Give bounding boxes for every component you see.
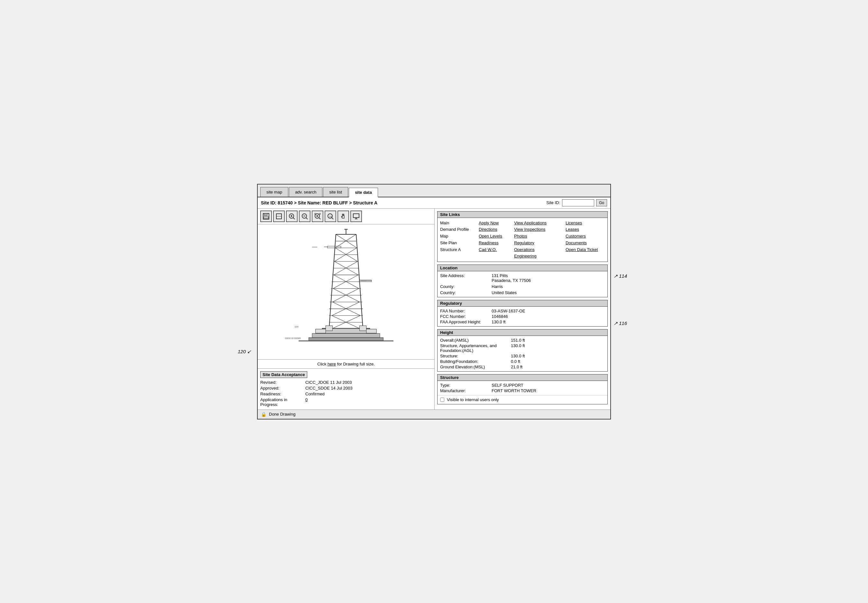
readiness-value: Confirmed (305, 391, 432, 396)
left-panel: 1x (258, 209, 435, 410)
county-label: County: (440, 284, 491, 289)
tab-site-data[interactable]: site data (349, 188, 378, 197)
faa-num-value: 03-ASW-1637-OE (491, 309, 605, 313)
location-box: Location Site Address: 131 PittsPasadena… (437, 264, 608, 297)
svg-rect-2 (264, 216, 268, 219)
site-id-input[interactable] (562, 199, 594, 206)
link-photos[interactable]: Photos (514, 233, 566, 240)
approved-value: CICC_SDOE 14 Jul 2003 (305, 386, 432, 391)
annotation-116: ↗ 116 (614, 320, 627, 326)
col3-links: View Applications View Inspections Photo… (514, 220, 566, 260)
manufacturer-value: FORT WORTH TOWER (491, 388, 605, 393)
link-map[interactable]: Map (440, 233, 479, 240)
site-address-value: 131 PittsPasadena, TX 77506 (491, 273, 605, 283)
visible-checkbox-row: Visible to internal users only (437, 395, 608, 404)
col2-links: Apply Now Directions Open Levels Readine… (479, 220, 514, 260)
site-links-box: Site Links Main Demand Profile Map Site … (437, 211, 608, 262)
breadcrumb: Site ID: 815740 > Site Name: RED BLUFF >… (261, 200, 377, 206)
svg-rect-72 (366, 329, 377, 333)
link-apply-now[interactable]: Apply Now (479, 220, 514, 227)
revised-label: Revised: (260, 380, 305, 385)
link-regulatory[interactable]: Regulatory (514, 240, 566, 247)
ground-elev-label: Ground Elevation:(MSL) (440, 365, 511, 370)
svg-rect-16 (319, 213, 321, 214)
building-value: 0.0 ft (511, 359, 605, 364)
zoom-actual-button[interactable]: 1x (325, 210, 336, 222)
right-panel: Site Links Main Demand Profile Map Site … (435, 209, 610, 410)
link-site-plan[interactable]: Site Plan (440, 240, 479, 247)
tab-bar: site map adv. search site list site data (258, 184, 610, 197)
approved-label: Approved: (260, 386, 305, 391)
svg-rect-59 (327, 246, 341, 247)
visible-label: Visible to internal users only (447, 397, 499, 402)
apps-label: Applications in Progress: (260, 397, 305, 407)
location-grid: Site Address: 131 PittsPasadena, TX 7750… (437, 271, 608, 297)
acceptance-title: Site Data Acceptance (260, 371, 307, 378)
acceptance-panel: Site Data Acceptance Revised: CICC_JDOE … (258, 369, 434, 410)
breadcrumb-bar: Site ID: 815740 > Site Name: RED BLUFF >… (258, 197, 610, 209)
link-readiness[interactable]: Readiness (479, 240, 514, 247)
tab-site-map[interactable]: site map (260, 187, 288, 197)
faa-height-value: 130.0 ft (491, 320, 605, 324)
struct-app-label: Structure, Appurtenances, and Foundation… (440, 343, 511, 353)
acceptance-grid: Revised: CICC_JDOE 11 Jul 2003 Approved:… (260, 380, 432, 407)
link-licenses[interactable]: Licenses (566, 220, 604, 227)
ground-elev-value: 21.0 ft (511, 365, 605, 370)
svg-rect-68 (360, 326, 366, 331)
tab-adv-search[interactable]: adv. search (289, 187, 322, 197)
link-open-levels[interactable]: Open Levels (479, 233, 514, 240)
regulatory-grid: FAA Number: 03-ASW-1637-OE FCC Number: 1… (437, 307, 608, 326)
type-label: Type: (440, 383, 491, 388)
link-view-applications[interactable]: View Applications (514, 220, 566, 227)
link-directions[interactable]: Directions (479, 226, 514, 233)
link-customers[interactable]: Customers (566, 233, 604, 240)
col4-links: Licenses Leases Customers Documents Open… (566, 220, 604, 260)
go-button[interactable]: Go (596, 199, 607, 206)
box-tool-button[interactable] (273, 210, 285, 222)
fcc-num-value: 1046846 (491, 314, 605, 319)
building-label: Building/Foundation: (440, 359, 511, 364)
status-icon: 🔒 (261, 412, 267, 417)
zoom-fit-button[interactable] (312, 210, 323, 222)
zoom-in-button[interactable] (286, 210, 298, 222)
regulatory-title: Regulatory (437, 300, 608, 307)
link-documents[interactable]: Documents (566, 240, 604, 247)
main-content: 1x (258, 209, 610, 410)
structure-h-value: 130.0 ft (511, 354, 605, 359)
svg-line-11 (306, 218, 308, 219)
site-links-grid: Main Demand Profile Map Site Plan Struct… (437, 218, 608, 262)
link-leases[interactable]: Leases (566, 226, 604, 233)
hand-tool-button[interactable] (338, 210, 349, 222)
status-bar: 🔒 Done Drawing (258, 410, 610, 419)
link-cad-wo[interactable]: Cad W.O. (479, 247, 514, 253)
regulatory-box: Regulatory FAA Number: 03-ASW-1637-OE FC… (437, 300, 608, 326)
svg-text:100: 100 (295, 325, 299, 328)
monitor-tool-button[interactable] (350, 210, 362, 222)
visible-checkbox[interactable] (440, 397, 444, 402)
apps-value[interactable]: 0 (305, 397, 432, 407)
svg-text:00000 00 000000: 00000 00 000000 (285, 337, 301, 339)
drawing-full-size-link[interactable]: here (327, 362, 336, 366)
annotation-114: ↗ 114 (614, 273, 627, 279)
country-value: United States (491, 290, 605, 295)
link-structure-a[interactable]: Structure A (440, 247, 479, 253)
tab-site-list[interactable]: site list (323, 187, 348, 197)
link-open-data-ticket[interactable]: Open Data Ticket (566, 247, 604, 253)
height-grid: Overall:(AMSL) 151.0 ft Structure, Appur… (437, 336, 608, 371)
link-engineering[interactable]: Engineering (514, 253, 566, 260)
apps-count-link[interactable]: 0 (305, 397, 308, 402)
svg-text:━━━━: ━━━━ (312, 246, 318, 249)
site-id-label: Site ID: (546, 200, 560, 205)
svg-rect-23 (353, 214, 359, 218)
drawing-caption: Click here for Drawing full size. (258, 360, 434, 369)
link-operations[interactable]: Operations (514, 247, 566, 253)
link-main[interactable]: Main (440, 220, 479, 227)
link-view-inspections[interactable]: View Inspections (514, 226, 566, 233)
faa-height-label: FAA Approved Height: (440, 320, 491, 324)
annotation-120: 120 ↙ (238, 349, 251, 354)
save-tool-button[interactable] (260, 210, 272, 222)
link-demand-profile[interactable]: Demand Profile (440, 226, 479, 233)
overall-label: Overall:(AMSL) (440, 338, 511, 343)
zoom-out-button[interactable] (299, 210, 310, 222)
readiness-label: Readiness: (260, 391, 305, 396)
